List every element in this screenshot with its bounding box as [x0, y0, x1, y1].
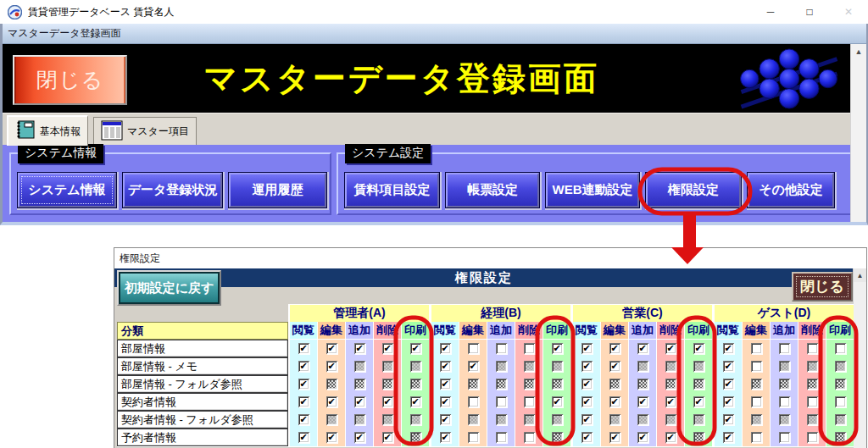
permission-checkbox[interactable]: ✔ [581, 396, 593, 407]
permission-checkbox[interactable]: ✔ [581, 343, 593, 354]
permission-checkbox[interactable] [609, 379, 620, 390]
permission-checkbox[interactable]: ✔ [298, 414, 309, 425]
close-button[interactable]: ✕ [829, 0, 868, 24]
permission-checkbox[interactable]: ✔ [410, 396, 421, 407]
permission-checkbox[interactable]: ✔ [468, 361, 479, 372]
permission-checkbox[interactable]: ✔ [298, 361, 309, 372]
permission-checkbox[interactable] [779, 379, 790, 390]
permission-checkbox[interactable] [779, 414, 790, 425]
permission-checkbox[interactable]: ✔ [382, 396, 393, 407]
permission-checkbox[interactable] [496, 432, 507, 443]
permission-checkbox[interactable]: ✔ [637, 343, 648, 354]
dialog-scrollbar[interactable]: ▲ [853, 268, 866, 448]
permission-checkbox[interactable]: ✔ [665, 396, 676, 407]
permission-checkbox[interactable] [382, 361, 393, 372]
permission-checkbox[interactable] [637, 414, 648, 425]
screen-close-button[interactable]: 閉じる [13, 55, 127, 105]
permission-checkbox[interactable] [637, 361, 648, 372]
permission-checkbox[interactable] [807, 414, 818, 425]
permission-checkbox[interactable]: ✔ [552, 396, 563, 407]
permission-checkbox[interactable] [524, 361, 535, 372]
maximize-button[interactable]: □ [790, 0, 829, 24]
permission-checkbox[interactable] [496, 361, 507, 372]
permission-checkbox[interactable]: ✔ [298, 432, 309, 443]
permission-checkbox[interactable]: ✔ [609, 361, 620, 372]
permission-checkbox[interactable] [552, 432, 563, 443]
permission-checkbox[interactable]: ✔ [609, 343, 620, 354]
permission-checkbox[interactable]: ✔ [723, 379, 734, 390]
permission-checkbox[interactable]: ✔ [354, 396, 365, 407]
permission-checkbox[interactable] [835, 396, 846, 407]
permission-checkbox[interactable]: ✔ [552, 343, 563, 354]
permission-checkbox[interactable]: ✔ [609, 432, 620, 443]
permission-checkbox[interactable]: ✔ [609, 396, 620, 407]
permission-checkbox[interactable] [354, 361, 365, 372]
permission-checkbox[interactable]: ✔ [581, 379, 593, 390]
system-info-button[interactable]: システム情報 [18, 173, 116, 207]
permission-checkbox[interactable]: ✔ [382, 432, 393, 443]
permission-checkbox[interactable] [524, 396, 535, 407]
permission-checkbox[interactable]: ✔ [326, 432, 337, 443]
permission-checkbox[interactable] [524, 379, 535, 390]
reset-defaults-button[interactable]: 初期設定に戻す [117, 270, 221, 306]
permission-checkbox[interactable]: ✔ [440, 343, 451, 354]
dialog-close-button[interactable]: 閉じる [792, 272, 853, 301]
permission-checkbox[interactable] [779, 361, 790, 372]
permission-checkbox[interactable] [496, 343, 507, 354]
permission-checkbox[interactable] [807, 379, 818, 390]
operation-history-button[interactable]: 運用履歴 [229, 173, 326, 207]
permission-checkbox[interactable]: ✔ [440, 432, 451, 443]
permission-checkbox[interactable] [524, 343, 535, 354]
permission-checkbox[interactable]: ✔ [665, 432, 676, 443]
permission-checkbox[interactable] [751, 343, 762, 354]
permission-checkbox[interactable]: ✔ [581, 432, 593, 443]
permission-checkbox[interactable]: ✔ [382, 343, 393, 354]
permission-checkbox[interactable] [751, 379, 762, 390]
permission-checkbox[interactable]: ✔ [440, 414, 451, 425]
permission-checkbox[interactable]: ✔ [354, 343, 365, 354]
permission-checkbox[interactable] [693, 414, 704, 425]
permission-checkbox[interactable] [807, 361, 818, 372]
permission-checkbox[interactable] [354, 414, 365, 425]
permission-checkbox[interactable] [807, 343, 818, 354]
permission-checkbox[interactable] [693, 432, 704, 443]
permission-checkbox[interactable]: ✔ [326, 361, 337, 372]
permission-checkbox[interactable] [468, 343, 479, 354]
permission-checkbox[interactable]: ✔ [637, 396, 648, 407]
permission-checkbox[interactable] [382, 379, 393, 390]
other-settings-button[interactable]: その他設定 [748, 173, 834, 207]
dialog-scroll-up-icon[interactable]: ▲ [854, 268, 866, 282]
permission-checkbox[interactable]: ✔ [723, 432, 734, 443]
permission-checkbox[interactable] [468, 432, 479, 443]
report-settings-button[interactable]: 帳票設定 [446, 173, 539, 207]
rent-item-settings-button[interactable]: 賃料項目設定 [345, 173, 439, 207]
permission-checkbox[interactable] [637, 379, 648, 390]
permission-checkbox[interactable] [410, 432, 421, 443]
permission-checkbox[interactable] [779, 343, 790, 354]
permission-checkbox[interactable] [524, 414, 535, 425]
permission-checkbox[interactable] [751, 414, 762, 425]
permission-checkbox[interactable]: ✔ [723, 396, 734, 407]
permission-checkbox[interactable] [751, 361, 762, 372]
permission-checkbox[interactable]: ✔ [326, 396, 337, 407]
permission-checkbox[interactable] [468, 414, 479, 425]
permission-checkbox[interactable] [496, 396, 507, 407]
window-scrollbar[interactable]: ▲ [850, 44, 866, 222]
permission-checkbox[interactable] [552, 361, 563, 372]
permission-checkbox[interactable] [835, 432, 846, 443]
permission-checkbox[interactable] [779, 432, 790, 443]
permission-checkbox[interactable] [835, 379, 846, 390]
permission-checkbox[interactable]: ✔ [440, 396, 451, 407]
permission-checkbox[interactable]: ✔ [298, 379, 309, 390]
permission-checkbox[interactable]: ✔ [354, 432, 365, 443]
permission-checkbox[interactable] [382, 414, 393, 425]
web-link-settings-button[interactable]: WEB連動設定 [546, 173, 639, 207]
permission-checkbox[interactable]: ✔ [665, 343, 676, 354]
permission-checkbox[interactable] [779, 396, 790, 407]
permission-checkbox[interactable]: ✔ [298, 343, 309, 354]
tab-master-items[interactable]: マスター項目 [93, 117, 197, 146]
permission-checkbox[interactable] [609, 414, 620, 425]
permission-checkbox[interactable] [552, 379, 563, 390]
permission-checkbox[interactable]: ✔ [581, 414, 593, 425]
minimize-button[interactable]: ─ [751, 0, 790, 24]
